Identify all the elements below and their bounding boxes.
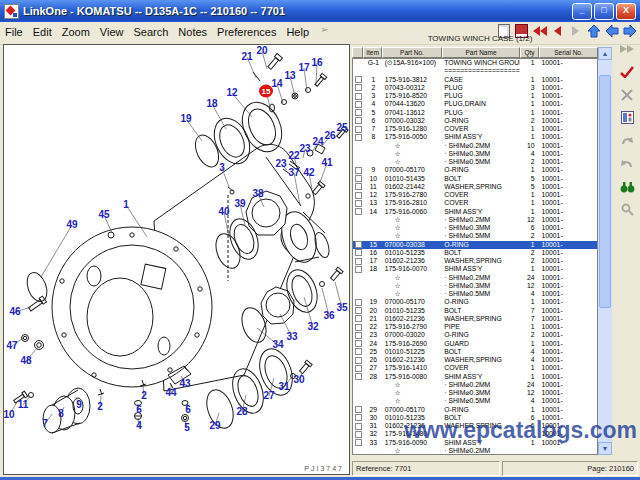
table-row[interactable]: 14175-916-0060SHIM ASS'Y110001-	[353, 208, 597, 216]
table-row[interactable]: 2907000-05170O-RING110001-	[353, 406, 597, 414]
row-checkbox[interactable]	[355, 315, 362, 322]
menu-notes[interactable]: Notes	[173, 24, 212, 40]
table-row[interactable]: ☆· SHIM⌀0.3MM1210001-	[353, 282, 597, 290]
row-checkbox[interactable]	[355, 431, 362, 438]
close-button[interactable]: X	[616, 3, 636, 20]
row-checkbox[interactable]	[355, 307, 362, 314]
row-checkbox[interactable]	[355, 183, 362, 190]
callout-44[interactable]: 44	[165, 388, 176, 398]
row-checkbox[interactable]	[355, 365, 362, 372]
callout-13[interactable]: 13	[284, 71, 295, 81]
table-scrollbar[interactable]: ▲ ▼	[598, 47, 612, 455]
callout-29[interactable]: 29	[209, 421, 220, 431]
callout-18[interactable]: 18	[206, 99, 217, 109]
callout-31[interactable]: 31	[278, 382, 289, 392]
row-checkbox[interactable]	[355, 324, 362, 331]
callout-14[interactable]: 14	[271, 79, 282, 89]
table-row[interactable]: 1701602-21236WASHER,SPRING210001-	[353, 257, 597, 265]
row-checkbox[interactable]	[355, 332, 362, 339]
callout-6[interactable]: 6	[185, 405, 191, 415]
column-header-Part No.[interactable]: Part No.	[382, 47, 442, 58]
table-row[interactable]: 22175-916-2790PIPE110001-	[353, 323, 597, 331]
part-info-icon[interactable]	[619, 110, 635, 125]
table-row[interactable]: =====================	[353, 67, 597, 75]
table-row[interactable]: 2101602-21236WASHER,SPRING710001-	[353, 315, 597, 323]
callout-4[interactable]: 4	[136, 421, 142, 431]
table-row[interactable]: ☆· SHIM⌀0.2MM2410001-	[353, 274, 597, 282]
row-checkbox[interactable]	[355, 258, 362, 265]
callout-16[interactable]: 16	[311, 58, 322, 68]
zoom-key-icon[interactable]	[619, 202, 635, 217]
callout-2[interactable]: 2	[97, 402, 103, 412]
row-checkbox[interactable]	[355, 84, 362, 91]
callout-3[interactable]: 3	[219, 163, 225, 173]
table-row[interactable]: ☆· SHIM⌀0.2MM2410001-	[353, 381, 597, 389]
table-row[interactable]: ☆· SHIM⌀0.2MM	[353, 447, 597, 455]
redo-arrow-icon[interactable]	[619, 156, 635, 171]
row-checkbox[interactable]	[355, 357, 362, 364]
row-checkbox[interactable]	[355, 109, 362, 116]
menu-preferences[interactable]: Preferences	[212, 24, 281, 40]
callout-8[interactable]: 8	[58, 409, 64, 419]
menu-zoom[interactable]: Zoom	[57, 24, 95, 40]
menu-edit[interactable]: Edit	[28, 24, 57, 40]
row-checkbox[interactable]	[355, 208, 362, 215]
row-checkbox[interactable]	[355, 101, 362, 108]
callout-highlighted-15[interactable]: 15	[259, 85, 273, 98]
table-row[interactable]: ☆· SHIM⌀0.3MM1210001-	[353, 389, 597, 397]
table-row[interactable]: 907000-05170O-RING110001-	[353, 166, 597, 174]
row-checkbox[interactable]	[355, 192, 362, 199]
callout-30[interactable]: 30	[293, 375, 304, 385]
table-row[interactable]: 13175-916-2810COVER110001-	[353, 199, 597, 207]
table-row[interactable]: 7175-916-1280COVER110001-	[353, 125, 597, 133]
callout-12[interactable]: 12	[226, 88, 237, 98]
row-checkbox[interactable]	[355, 266, 362, 273]
row-checkbox[interactable]	[355, 348, 362, 355]
row-checkbox[interactable]	[355, 373, 362, 380]
row-checkbox[interactable]	[355, 117, 362, 124]
table-row-selected[interactable]: 1507000-03038O-RING110001-	[353, 241, 597, 249]
table-row[interactable]: 607000-03032O-RING210001-	[353, 117, 597, 125]
callout-34[interactable]: 34	[272, 340, 283, 350]
table-row[interactable]: 27175-916-1410COVER110001-	[353, 364, 597, 372]
table-row[interactable]: 12175-916-2780COVER110001-	[353, 191, 597, 199]
row-checkbox[interactable]	[355, 406, 362, 413]
callout-35[interactable]: 35	[336, 303, 347, 313]
callout-19[interactable]: 19	[180, 114, 191, 124]
callout-27[interactable]: 27	[263, 391, 274, 401]
menu-extra-icon[interactable]: ➢	[314, 22, 334, 37]
callout-22[interactable]: 22	[288, 151, 299, 161]
row-checkbox[interactable]	[355, 249, 362, 256]
table-row[interactable]: 2001010-51235BOLT710001-	[353, 307, 597, 315]
table-row[interactable]: 507041-13612PLUG110001-	[353, 109, 597, 117]
table-row[interactable]: ☆· SHIM⌀0.5MM410001-	[353, 397, 597, 405]
apply-check-icon[interactable]	[619, 64, 635, 79]
column-header-Serial No.[interactable]: Serial No.	[539, 47, 598, 58]
callout-25[interactable]: 25	[336, 123, 347, 133]
table-row[interactable]: 207043-00312PLUG310001-	[353, 84, 597, 92]
callout-47[interactable]: 47	[6, 341, 17, 351]
row-checkbox[interactable]	[355, 200, 362, 207]
menu-view[interactable]: View	[95, 24, 129, 40]
table-row[interactable]: ☆· SHIM⌀0.2MM1010001-	[353, 142, 597, 150]
find-binoculars-icon[interactable]	[619, 179, 635, 194]
callout-6[interactable]: 6	[136, 405, 142, 415]
column-header-Item[interactable]: Item	[363, 47, 382, 58]
callout-9[interactable]: 9	[76, 400, 82, 410]
undo-arrow-icon[interactable]	[619, 133, 635, 148]
callout-33[interactable]: 33	[286, 332, 297, 342]
scroll-thumb[interactable]	[599, 75, 611, 308]
row-checkbox[interactable]	[355, 241, 362, 248]
scroll-up-icon[interactable]: ▲	[598, 47, 612, 60]
select-parts-icon[interactable]	[619, 41, 635, 56]
table-row[interactable]: ☆· SHIM⌀0.5MM410001-	[353, 290, 597, 298]
callout-7[interactable]: 7	[42, 419, 48, 429]
table-row[interactable]: 1907000-05170O-RING110001-	[353, 298, 597, 306]
table-row[interactable]: 28175-916-0080SHIM ASS'Y110001-	[353, 373, 597, 381]
callout-26[interactable]: 26	[324, 131, 335, 141]
table-row[interactable]: 2307000-03020O-RING210001-	[353, 331, 597, 339]
callout-45[interactable]: 45	[98, 210, 109, 220]
callout-48[interactable]: 48	[20, 356, 31, 366]
row-checkbox[interactable]	[355, 175, 362, 182]
callout-21[interactable]: 21	[241, 52, 252, 62]
